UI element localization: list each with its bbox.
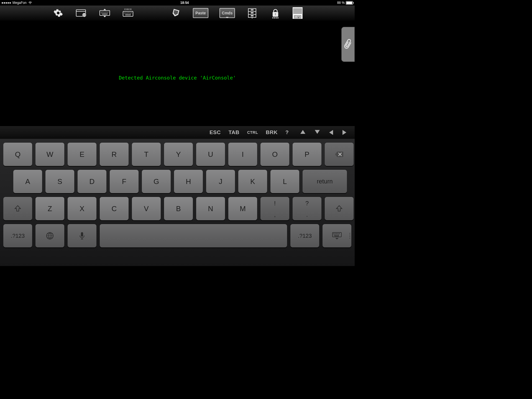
key-w[interactable]: W	[35, 143, 64, 166]
carrier-label: MegaFon	[12, 1, 27, 5]
logs-label: Logs	[294, 16, 301, 18]
key-x[interactable]: X	[68, 197, 96, 220]
key-n[interactable]: N	[196, 197, 225, 220]
arrow-up-key[interactable]	[300, 130, 305, 134]
svg-rect-33	[251, 12, 253, 13]
numeric-key-left[interactable]: .?123	[3, 224, 32, 247]
arrow-down-key[interactable]	[315, 130, 320, 134]
wifi-icon	[28, 1, 32, 4]
key-p[interactable]: P	[293, 143, 321, 166]
svg-rect-42	[335, 233, 336, 234]
svg-rect-32	[251, 9, 253, 10]
svg-rect-50	[334, 236, 339, 236]
key-d[interactable]: D	[78, 170, 106, 193]
cisco-label: CISCO	[124, 8, 132, 10]
key-comma[interactable]: ! ,	[260, 197, 289, 220]
key-e[interactable]: E	[68, 143, 96, 166]
key-u[interactable]: U	[196, 143, 225, 166]
question-key[interactable]: ?	[285, 129, 289, 135]
attachment-tab[interactable]	[341, 27, 355, 62]
battery-icon	[346, 1, 353, 5]
svg-rect-39	[81, 232, 83, 237]
key-a[interactable]: A	[13, 170, 42, 193]
keyboard-toggle-button[interactable]	[99, 7, 111, 19]
key-l[interactable]: L	[270, 170, 299, 193]
dictation-key[interactable]	[68, 224, 96, 247]
backspace-key[interactable]	[325, 143, 354, 166]
key-m[interactable]: M	[228, 197, 257, 220]
signal-strength-icon	[2, 2, 11, 4]
settings-button[interactable]	[52, 7, 64, 19]
browser-button[interactable]	[75, 7, 88, 19]
svg-rect-46	[334, 235, 335, 236]
esc-key[interactable]: ESC	[209, 129, 221, 135]
key-c[interactable]: C	[100, 197, 129, 220]
key-b[interactable]: B	[164, 197, 193, 220]
svg-rect-34	[251, 15, 253, 16]
key-i[interactable]: I	[228, 143, 257, 166]
svg-rect-43	[336, 233, 337, 234]
key-period-bot: .	[306, 212, 308, 218]
terminal-message: Detected Airconsole device 'AirConsole'	[119, 75, 236, 81]
app-toolbar: CISCO Paste Cmds ✱✱✱✱ Logs	[0, 6, 355, 21]
ios-status-bar: MegaFon 18:54 88 %	[0, 0, 355, 6]
key-comma-top: !	[274, 200, 276, 207]
key-k[interactable]: K	[238, 170, 267, 193]
key-v[interactable]: V	[132, 197, 161, 220]
cisco-keyboard-button[interactable]: CISCO	[122, 7, 134, 19]
file-cabinet-button[interactable]	[246, 7, 258, 19]
return-key[interactable]: return	[303, 170, 347, 193]
svg-rect-37	[275, 14, 276, 15]
tab-key[interactable]: TAB	[229, 129, 239, 135]
svg-rect-44	[337, 233, 338, 234]
arrow-right-key[interactable]	[342, 130, 346, 135]
battery-indicator: 88 %	[337, 1, 353, 5]
key-y[interactable]: Y	[164, 143, 193, 166]
commands-button[interactable]: Cmds	[219, 8, 235, 18]
numeric-key-right[interactable]: .?123	[290, 224, 319, 247]
ctrl-key[interactable]: CTRL	[247, 130, 258, 135]
shift-key-right[interactable]	[325, 197, 354, 220]
key-z[interactable]: Z	[35, 197, 64, 220]
hide-keyboard-key[interactable]	[323, 224, 351, 247]
globe-key[interactable]	[35, 224, 64, 247]
key-f[interactable]: F	[110, 170, 139, 193]
paste-label: Paste	[195, 11, 206, 15]
svg-rect-47	[335, 235, 336, 236]
paste-button[interactable]: Paste	[193, 8, 208, 18]
shift-key-left[interactable]	[3, 197, 32, 220]
battery-text: 88 %	[337, 1, 345, 5]
key-r[interactable]: R	[100, 143, 129, 166]
svg-rect-49	[338, 235, 339, 236]
logs-button[interactable]: Logs	[293, 7, 303, 19]
key-period[interactable]: ? .	[293, 197, 321, 220]
svg-rect-45	[339, 233, 340, 234]
key-g[interactable]: G	[142, 170, 171, 193]
svg-rect-48	[337, 235, 337, 236]
cmds-label: Cmds	[222, 11, 233, 15]
terminal-area[interactable]: Detected Airconsole device 'AirConsole'	[0, 21, 355, 126]
function-key-bar: ESC TAB CTRL BRK ?	[0, 126, 355, 139]
svg-rect-41	[333, 233, 334, 234]
key-o[interactable]: O	[260, 143, 289, 166]
virtual-keyboard: Q W E R T Y U I O P A S D F G H J K L re…	[0, 139, 355, 266]
key-j[interactable]: J	[206, 170, 235, 193]
clock: 18:54	[180, 1, 189, 5]
brk-key[interactable]: BRK	[266, 129, 278, 135]
arrow-left-key[interactable]	[329, 130, 333, 135]
key-q[interactable]: Q	[3, 143, 32, 166]
status-left: MegaFon	[2, 1, 32, 5]
key-t[interactable]: T	[132, 143, 161, 166]
key-period-top: ?	[305, 200, 309, 207]
key-comma-bot: ,	[274, 212, 276, 218]
key-h[interactable]: H	[174, 170, 203, 193]
key-s[interactable]: S	[45, 170, 74, 193]
space-key[interactable]	[100, 224, 287, 247]
password-lock-button[interactable]: ✱✱✱✱	[269, 7, 282, 19]
scripts-button[interactable]	[170, 7, 182, 19]
